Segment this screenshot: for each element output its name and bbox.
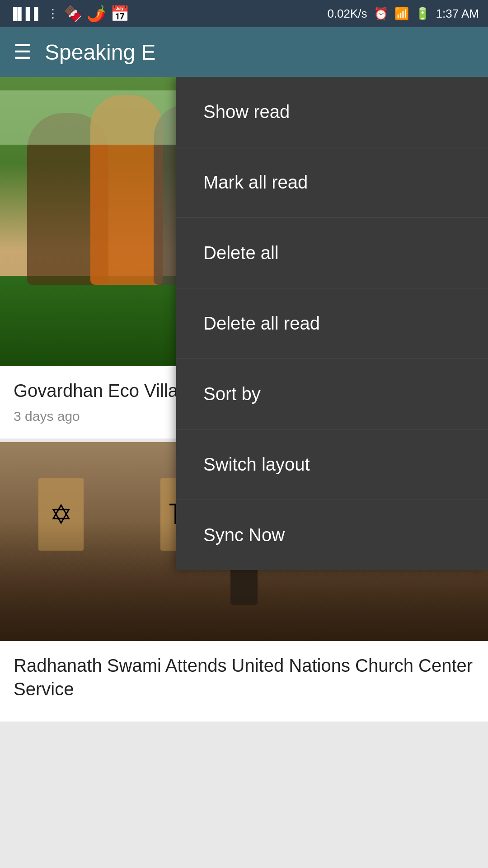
status-left: ▐▌▌▌ ⋮ 🍫 🌶️ 📅 — [9, 5, 129, 23]
status-right: 0.02K/s ⏰ 📶 🔋 1:37 AM — [327, 7, 479, 21]
clock-icon: ⏰ — [374, 7, 388, 21]
app-icon-1: 🍫 — [63, 5, 82, 23]
menu-item-delete-all-read[interactable]: Delete all read — [176, 288, 488, 359]
app-bar: ☰ Speaking E — [0, 27, 488, 77]
signal-icon: ▐▌▌▌ — [9, 7, 42, 21]
dropdown-menu: Show read Mark all read Delete all Delet… — [176, 77, 488, 570]
menu-icon[interactable]: ☰ — [14, 42, 31, 62]
app-title: Speaking E — [45, 40, 156, 65]
network-speed: 0.02K/s — [327, 7, 367, 21]
menu-item-delete-all[interactable]: Delete all — [176, 218, 488, 288]
status-bar: ▐▌▌▌ ⋮ 🍫 🌶️ 📅 0.02K/s ⏰ 📶 🔋 1:37 AM — [0, 0, 488, 27]
wifi-icon: 📶 — [394, 7, 409, 21]
more-icon: ⋮ — [47, 7, 59, 21]
menu-item-mark-all-read[interactable]: Mark all read — [176, 147, 488, 218]
content-area: Nexus Conference Govardhan Eco Villa Con… — [0, 77, 488, 868]
menu-item-show-read[interactable]: Show read — [176, 77, 488, 147]
app-icon-2: 🌶️ — [87, 5, 106, 23]
menu-item-switch-layout[interactable]: Switch layout — [176, 429, 488, 500]
dropdown-overlay[interactable]: Show read Mark all read Delete all Delet… — [0, 77, 488, 868]
app-icon-3: 📅 — [110, 5, 129, 23]
menu-item-sync-now[interactable]: Sync Now — [176, 500, 488, 570]
menu-item-sort-by[interactable]: Sort by — [176, 359, 488, 429]
time-display: 1:37 AM — [436, 7, 479, 21]
battery-icon: 🔋 — [415, 7, 430, 21]
